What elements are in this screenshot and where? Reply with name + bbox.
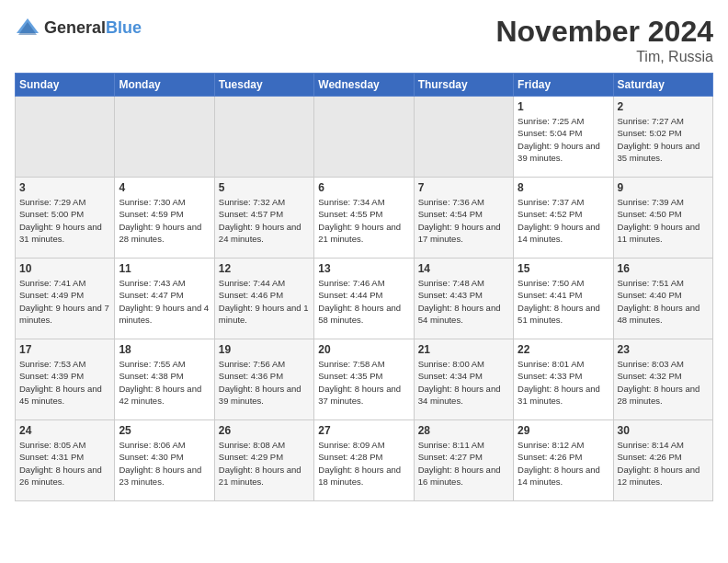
day-number: 16 [618,262,709,275]
calendar-cell: 11Sunrise: 7:43 AM Sunset: 4:47 PM Dayli… [115,259,214,339]
calendar-cell: 18Sunrise: 7:55 AM Sunset: 4:38 PM Dayli… [115,339,214,420]
calendar-cell: 10Sunrise: 7:41 AM Sunset: 4:49 PM Dayli… [16,259,115,339]
calendar-cell: 16Sunrise: 7:51 AM Sunset: 4:40 PM Dayli… [613,259,712,339]
day-info: Sunrise: 7:48 AM Sunset: 4:43 PM Dayligh… [418,277,509,326]
day-number: 9 [618,181,709,194]
calendar-cell: 26Sunrise: 8:08 AM Sunset: 4:29 PM Dayli… [214,420,313,501]
calendar-cell: 30Sunrise: 8:14 AM Sunset: 4:26 PM Dayli… [613,420,712,501]
day-info: Sunrise: 7:58 AM Sunset: 4:35 PM Dayligh… [318,358,409,407]
weekday-header-saturday: Saturday [613,74,712,97]
calendar-cell: 29Sunrise: 8:12 AM Sunset: 4:26 PM Dayli… [514,420,613,501]
weekday-header-wednesday: Wednesday [314,74,414,97]
day-number: 23 [618,343,709,356]
day-number: 28 [418,424,509,437]
calendar-cell: 13Sunrise: 7:46 AM Sunset: 4:44 PM Dayli… [314,259,414,339]
weekday-header-tuesday: Tuesday [214,74,313,97]
day-number: 13 [318,262,409,275]
calendar-cell [16,97,115,178]
day-number: 21 [418,343,509,356]
day-number: 22 [518,343,609,356]
day-number: 30 [618,424,709,437]
weekday-header-row: SundayMondayTuesdayWednesdayThursdayFrid… [16,74,713,97]
day-number: 14 [418,262,509,275]
day-info: Sunrise: 7:50 AM Sunset: 4:41 PM Dayligh… [518,277,609,326]
day-info: Sunrise: 8:03 AM Sunset: 4:32 PM Dayligh… [618,358,709,407]
calendar-cell: 23Sunrise: 8:03 AM Sunset: 4:32 PM Dayli… [613,339,712,420]
calendar-cell: 22Sunrise: 8:01 AM Sunset: 4:33 PM Dayli… [514,339,613,420]
day-number: 3 [19,181,110,194]
day-number: 24 [19,424,110,437]
day-number: 2 [618,100,709,113]
weekday-header-friday: Friday [514,74,613,97]
calendar-cell [414,97,513,178]
day-info: Sunrise: 7:30 AM Sunset: 4:59 PM Dayligh… [119,196,210,245]
calendar-week-1: 1Sunrise: 7:25 AM Sunset: 5:04 PM Daylig… [16,97,713,178]
day-info: Sunrise: 7:44 AM Sunset: 4:46 PM Dayligh… [219,277,310,326]
calendar-cell: 28Sunrise: 8:11 AM Sunset: 4:27 PM Dayli… [414,420,513,501]
day-number: 7 [418,181,509,194]
calendar-cell [115,97,214,178]
day-info: Sunrise: 8:06 AM Sunset: 4:30 PM Dayligh… [119,439,210,488]
logo-blue: Blue [106,18,142,37]
day-info: Sunrise: 8:09 AM Sunset: 4:28 PM Dayligh… [318,439,409,488]
calendar-week-5: 24Sunrise: 8:05 AM Sunset: 4:31 PM Dayli… [16,420,713,501]
logo-icon [15,15,40,40]
weekday-header-sunday: Sunday [16,74,115,97]
month-title: November 2024 [495,15,713,49]
calendar-cell: 6Sunrise: 7:34 AM Sunset: 4:55 PM Daylig… [314,178,414,259]
calendar-cell: 24Sunrise: 8:05 AM Sunset: 4:31 PM Dayli… [16,420,115,501]
weekday-header-monday: Monday [115,74,214,97]
calendar-cell: 2Sunrise: 7:27 AM Sunset: 5:02 PM Daylig… [613,97,712,178]
day-number: 8 [518,181,609,194]
page-header: GeneralBlue November 2024 Tim, Russia [15,15,713,65]
calendar-cell: 12Sunrise: 7:44 AM Sunset: 4:46 PM Dayli… [214,259,313,339]
location: Tim, Russia [495,49,713,65]
day-info: Sunrise: 8:11 AM Sunset: 4:27 PM Dayligh… [418,439,509,488]
day-info: Sunrise: 7:29 AM Sunset: 5:00 PM Dayligh… [19,196,110,245]
day-number: 12 [219,262,310,275]
day-info: Sunrise: 8:08 AM Sunset: 4:29 PM Dayligh… [219,439,310,488]
day-number: 15 [518,262,609,275]
day-info: Sunrise: 7:43 AM Sunset: 4:47 PM Dayligh… [119,277,210,326]
day-info: Sunrise: 8:12 AM Sunset: 4:26 PM Dayligh… [518,439,609,488]
calendar-cell: 15Sunrise: 7:50 AM Sunset: 4:41 PM Dayli… [514,259,613,339]
calendar-cell: 1Sunrise: 7:25 AM Sunset: 5:04 PM Daylig… [514,97,613,178]
calendar-cell: 20Sunrise: 7:58 AM Sunset: 4:35 PM Dayli… [314,339,414,420]
calendar-cell [314,97,414,178]
day-info: Sunrise: 8:00 AM Sunset: 4:34 PM Dayligh… [418,358,509,407]
calendar-cell: 19Sunrise: 7:56 AM Sunset: 4:36 PM Dayli… [214,339,313,420]
day-info: Sunrise: 7:41 AM Sunset: 4:49 PM Dayligh… [19,277,110,326]
day-info: Sunrise: 7:37 AM Sunset: 4:52 PM Dayligh… [518,196,609,245]
day-info: Sunrise: 7:46 AM Sunset: 4:44 PM Dayligh… [318,277,409,326]
day-number: 10 [19,262,110,275]
calendar-week-3: 10Sunrise: 7:41 AM Sunset: 4:49 PM Dayli… [16,259,713,339]
calendar-cell: 3Sunrise: 7:29 AM Sunset: 5:00 PM Daylig… [16,178,115,259]
title-block: November 2024 Tim, Russia [495,15,713,65]
calendar-cell: 9Sunrise: 7:39 AM Sunset: 4:50 PM Daylig… [613,178,712,259]
day-info: Sunrise: 7:34 AM Sunset: 4:55 PM Dayligh… [318,196,409,245]
day-number: 27 [318,424,409,437]
calendar-cell: 4Sunrise: 7:30 AM Sunset: 4:59 PM Daylig… [115,178,214,259]
calendar-cell: 7Sunrise: 7:36 AM Sunset: 4:54 PM Daylig… [414,178,513,259]
day-number: 6 [318,181,409,194]
day-info: Sunrise: 7:51 AM Sunset: 4:40 PM Dayligh… [618,277,709,326]
calendar-week-2: 3Sunrise: 7:29 AM Sunset: 5:00 PM Daylig… [16,178,713,259]
day-number: 20 [318,343,409,356]
calendar-cell: 25Sunrise: 8:06 AM Sunset: 4:30 PM Dayli… [115,420,214,501]
day-info: Sunrise: 7:25 AM Sunset: 5:04 PM Dayligh… [518,115,609,164]
day-number: 29 [518,424,609,437]
day-info: Sunrise: 7:39 AM Sunset: 4:50 PM Dayligh… [618,196,709,245]
calendar-cell: 27Sunrise: 8:09 AM Sunset: 4:28 PM Dayli… [314,420,414,501]
day-number: 19 [219,343,310,356]
day-number: 1 [518,100,609,113]
day-info: Sunrise: 7:56 AM Sunset: 4:36 PM Dayligh… [219,358,310,407]
logo: GeneralBlue [15,15,142,40]
day-info: Sunrise: 8:14 AM Sunset: 4:26 PM Dayligh… [618,439,709,488]
calendar-cell: 21Sunrise: 8:00 AM Sunset: 4:34 PM Dayli… [414,339,513,420]
day-info: Sunrise: 7:32 AM Sunset: 4:57 PM Dayligh… [219,196,310,245]
day-info: Sunrise: 7:27 AM Sunset: 5:02 PM Dayligh… [618,115,709,164]
day-number: 5 [219,181,310,194]
calendar-table: SundayMondayTuesdayWednesdayThursdayFrid… [15,73,713,501]
calendar-cell: 8Sunrise: 7:37 AM Sunset: 4:52 PM Daylig… [514,178,613,259]
logo-text: GeneralBlue [44,18,142,38]
